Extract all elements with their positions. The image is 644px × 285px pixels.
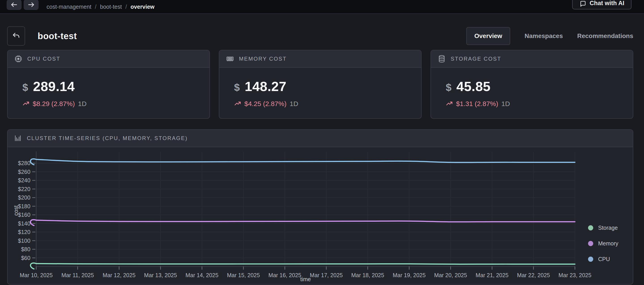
trending-up-icon [234, 100, 241, 108]
cpu-cost-card: CPU COST $ 289.14 $8.29 (2.87%) 1D [7, 50, 210, 119]
currency-symbol: $ [234, 82, 240, 94]
breadcrumb-separator: / [125, 4, 127, 10]
cpu-cost-amount: 289.14 [33, 79, 75, 94]
back-to-clusters-button[interactable] [7, 26, 25, 46]
timeseries-plot[interactable]: $60$80$100$120$140$160$180$200$220$240$2… [8, 147, 633, 284]
memory-cost-card-header: MEMORY COST [219, 50, 421, 68]
storage-cost-value: $ 45.85 [446, 79, 633, 94]
trending-up-icon [446, 100, 453, 108]
tab-namespaces[interactable]: Namespaces [524, 28, 563, 44]
breadcrumb-item-cost-management[interactable]: cost-management [46, 4, 91, 10]
history-forward-button[interactable] [24, 0, 38, 10]
svg-text:$200: $200 [18, 194, 30, 201]
cpu-icon [14, 55, 22, 63]
chat-bubble-icon [579, 0, 586, 7]
svg-text:Mar 21, 2025: Mar 21, 2025 [476, 272, 508, 278]
chat-with-ai-label: Chat with AI [590, 0, 624, 7]
svg-text:$280: $280 [18, 160, 30, 166]
cost-summary-cards: CPU COST $ 289.14 $8.29 (2.87%) 1D [7, 50, 633, 119]
tab-recommendations[interactable]: Recommendations [577, 28, 634, 44]
cluster-timeseries-header: CLUSTER TIME-SERIES (CPU, MEMORY, STORAG… [8, 130, 633, 147]
svg-text:$160: $160 [18, 212, 30, 218]
memory-cost-delta: $4.25 (2.87%) [244, 100, 286, 108]
svg-text:Mar 12, 2025: Mar 12, 2025 [103, 272, 136, 278]
storage-cost-amount: 45.85 [456, 79, 491, 94]
storage-cost-card-body: $ 45.85 $1.31 (2.87%) 1D [431, 68, 633, 118]
svg-text:$60: $60 [21, 255, 30, 261]
cluster-timeseries-panel: CLUSTER TIME-SERIES (CPU, MEMORY, STORAG… [7, 129, 633, 284]
chart-legend: Storage Memory CPU [588, 224, 618, 262]
tab-bar: Overview Namespaces Recommendations [466, 27, 633, 45]
svg-text:Mar 11, 2025: Mar 11, 2025 [61, 272, 94, 278]
storage-cost-trend: $1.31 (2.87%) 1D [446, 100, 633, 108]
storage-cost-card: STORAGE COST $ 45.85 $1.31 (2.87%) 1D [430, 50, 633, 119]
breadcrumb-item-boot-test[interactable]: boot-test [100, 4, 122, 10]
arrow-left-icon [10, 1, 18, 8]
memory-cost-amount: 148.27 [245, 79, 287, 94]
svg-text:Mar 22, 2025: Mar 22, 2025 [517, 272, 550, 278]
cpu-cost-trend: $8.29 (2.87%) 1D [22, 100, 210, 108]
memory-cost-period: 1D [290, 100, 298, 108]
cpu-cost-value: $ 289.14 [22, 79, 210, 94]
page-content: boot-test Overview Namespaces Recommenda… [0, 26, 644, 284]
svg-text:Mar 16, 2025: Mar 16, 2025 [268, 272, 301, 278]
memory-cost-card: MEMORY COST $ 148.27 $4.25 (2.87%) 1D [219, 50, 422, 119]
memory-cost-value: $ 148.27 [234, 79, 421, 94]
svg-text:Mar 18, 2025: Mar 18, 2025 [351, 272, 384, 278]
svg-text:$100: $100 [18, 238, 30, 244]
svg-text:Mar 10, 2025: Mar 10, 2025 [20, 272, 52, 278]
memory-legend-label: Memory [598, 240, 618, 247]
arrow-right-icon [27, 1, 35, 8]
return-arrow-icon [12, 32, 20, 40]
legend-item-storage[interactable]: Storage [588, 224, 618, 231]
memory-legend-dot [588, 241, 593, 246]
svg-text:$120: $120 [18, 229, 30, 235]
cluster-timeseries-title: CLUSTER TIME-SERIES (CPU, MEMORY, STORAG… [27, 135, 188, 142]
storage-cost-card-title: STORAGE COST [451, 56, 501, 62]
memory-icon [226, 55, 234, 63]
cpu-legend-label: CPU [598, 256, 610, 262]
svg-text:Mar 17, 2025: Mar 17, 2025 [310, 272, 343, 278]
svg-text:Mar 15, 2025: Mar 15, 2025 [227, 272, 260, 278]
currency-symbol: $ [22, 82, 28, 94]
currency-symbol: $ [446, 82, 452, 94]
cpu-cost-delta: $8.29 (2.87%) [33, 100, 75, 108]
svg-text:$140: $140 [18, 220, 30, 226]
storage-legend-dot [588, 225, 593, 230]
cpu-legend-dot [588, 256, 593, 262]
storage-legend-label: Storage [598, 224, 618, 231]
cluster-timeseries-chart: $60$80$100$120$140$160$180$200$220$240$2… [8, 147, 633, 284]
page-header: boot-test Overview Namespaces Recommenda… [7, 26, 633, 46]
svg-text:Mar 19, 2025: Mar 19, 2025 [393, 272, 426, 278]
chat-with-ai-button[interactable]: Chat with AI [572, 0, 632, 10]
breadcrumb: cost-management / boot-test / overview [46, 4, 154, 10]
svg-text:Mar 20, 2025: Mar 20, 2025 [434, 272, 467, 278]
memory-cost-card-title: MEMORY COST [239, 56, 287, 62]
svg-text:Mar 23, 2025: Mar 23, 2025 [558, 272, 592, 278]
cpu-cost-card-header: CPU COST [8, 50, 210, 68]
svg-text:Mar 13, 2025: Mar 13, 2025 [144, 272, 177, 278]
history-back-button[interactable] [7, 0, 22, 10]
legend-item-cpu[interactable]: CPU [588, 256, 618, 262]
storage-cost-card-header: STORAGE COST [431, 50, 633, 68]
memory-cost-trend: $4.25 (2.87%) 1D [234, 100, 421, 108]
breadcrumb-separator: / [95, 4, 96, 10]
storage-cost-period: 1D [501, 100, 510, 108]
svg-text:cost: cost [13, 205, 19, 216]
trending-up-icon [22, 100, 30, 108]
top-navigation-bar: cost-management / boot-test / overview C… [0, 0, 644, 14]
cpu-cost-card-title: CPU COST [27, 56, 60, 62]
cpu-cost-card-body: $ 289.14 $8.29 (2.87%) 1D [8, 68, 210, 118]
legend-item-memory[interactable]: Memory [588, 240, 618, 247]
storage-icon [438, 55, 446, 63]
svg-text:$240: $240 [18, 177, 30, 184]
svg-text:$180: $180 [18, 203, 30, 210]
cpu-cost-period: 1D [78, 100, 86, 108]
bar-chart-icon [14, 134, 22, 142]
svg-text:$260: $260 [18, 169, 30, 175]
breadcrumb-item-overview: overview [130, 4, 154, 10]
tab-overview[interactable]: Overview [466, 27, 510, 45]
svg-text:Mar 14, 2025: Mar 14, 2025 [186, 272, 218, 278]
svg-text:$220: $220 [18, 186, 30, 192]
svg-text:$80: $80 [21, 246, 30, 252]
